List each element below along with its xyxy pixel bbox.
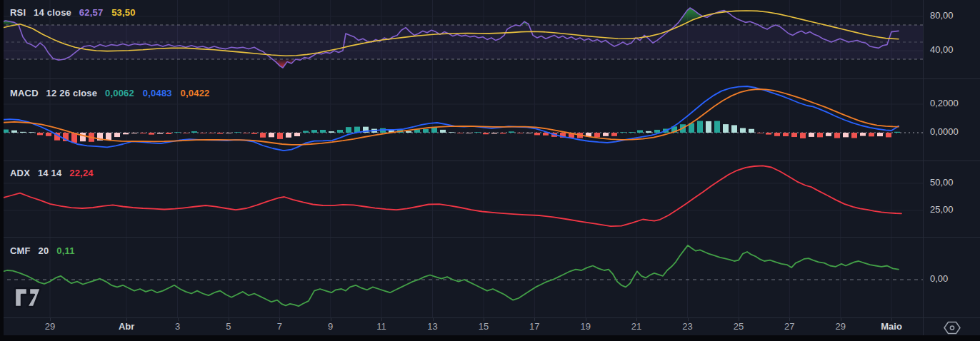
time-axis-label: 19 [570, 321, 601, 332]
price-axis[interactable]: 80,0040,000,20000,000050,0025,000,00 [923, 0, 980, 335]
time-tick [841, 318, 841, 321]
time-axis[interactable]: 29Abr357911131517192123252729Maio [0, 317, 980, 336]
indicator-value: 53,50 [111, 7, 136, 18]
indicator-value: 0,0483 [143, 88, 172, 98]
price-axis-label: 50,00 [930, 177, 954, 188]
adx-lines [0, 166, 901, 226]
indicator-title: ADX [10, 168, 30, 178]
gridlines [0, 161, 923, 237]
indicator-title: CMF [10, 245, 31, 256]
indicator-title: MACD [10, 88, 39, 98]
time-axis-label: 17 [519, 321, 550, 332]
time-axis-label: Abr [111, 321, 142, 332]
time-tick [126, 318, 127, 321]
indicator-params: 14 close [34, 7, 71, 18]
time-tick [586, 318, 586, 321]
time-axis-label: 3 [162, 321, 194, 332]
time-tick [50, 318, 51, 321]
time-axis-label: 11 [366, 321, 397, 332]
time-tick [891, 318, 892, 321]
time-axis-label: 29 [825, 321, 856, 332]
adx-indicator-header[interactable]: ADX 14 14 22,24 [10, 168, 99, 178]
time-axis-label: 29 [34, 321, 66, 332]
series-CMF [0, 245, 899, 306]
time-tick [534, 318, 535, 321]
price-axis-label: 0,00 [930, 273, 948, 284]
price-axis-label: 0,0000 [930, 126, 959, 137]
indicator-params: 14 14 [38, 168, 62, 178]
time-axis-label: 9 [315, 321, 346, 332]
macd-indicator-header[interactable]: MACD 12 26 close 0,0062 0,0483 0,0422 [10, 88, 216, 98]
indicator-title: RSI [10, 7, 26, 18]
time-tick [279, 318, 280, 321]
price-axis-label: 40,00 [930, 44, 954, 55]
time-axis-label: 27 [774, 321, 805, 332]
time-tick [636, 318, 637, 321]
indicator-panel: RSI 14 close 62,57 53,50 MACD 12 26 clos… [0, 0, 980, 341]
rsi-indicator-header[interactable]: RSI 14 close 62,57 53,50 [10, 7, 141, 18]
indicator-value: 62,57 [79, 7, 104, 18]
time-axis-label: 15 [468, 321, 499, 332]
price-axis-label: 25,00 [930, 204, 954, 215]
time-axis-label: 25 [723, 321, 754, 332]
bottom-edge-strip [0, 335, 980, 341]
series-ADX [0, 166, 901, 226]
time-axis-label: 13 [417, 321, 449, 332]
time-tick [484, 318, 484, 321]
pane-separator[interactable] [0, 78, 980, 79]
indicator-value: 0,11 [56, 245, 74, 256]
price-axis-label: 0,2000 [930, 98, 959, 108]
macd-histogram [3, 121, 900, 143]
pane-adx[interactable] [0, 161, 923, 237]
tradingview-logo[interactable] [13, 287, 43, 308]
time-axis-label: Maio [876, 321, 907, 332]
pane-separator[interactable] [0, 161, 980, 161]
indicator-value: 22,24 [69, 168, 94, 178]
cmf-lines [0, 245, 899, 306]
hexagon-dot [950, 326, 954, 330]
time-tick [381, 318, 382, 321]
time-tick [433, 318, 434, 321]
indicator-params: 20 [39, 245, 49, 256]
time-tick [331, 318, 331, 321]
time-tick [739, 318, 739, 321]
time-axis-label: 7 [264, 321, 295, 332]
time-tick [229, 318, 229, 321]
gridlines [50, 237, 891, 317]
time-tick [789, 318, 790, 321]
indicator-value: 0,0422 [181, 88, 210, 98]
price-axis-label: 80,00 [930, 10, 954, 21]
time-axis-label: 5 [213, 321, 244, 332]
time-tick [178, 318, 179, 321]
pane-separator[interactable] [0, 237, 980, 238]
time-tick [688, 318, 689, 321]
hexagon-badge-icon[interactable] [943, 320, 961, 335]
indicator-params: 12 26 close [46, 88, 98, 98]
time-axis-label: 23 [672, 321, 704, 332]
indicator-value: 0,0062 [105, 88, 134, 98]
left-edge-strip [0, 0, 4, 335]
cmf-indicator-header[interactable]: CMF 20 0,11 [10, 245, 81, 256]
pane-cmf[interactable] [0, 237, 923, 317]
time-axis-label: 21 [621, 321, 652, 332]
